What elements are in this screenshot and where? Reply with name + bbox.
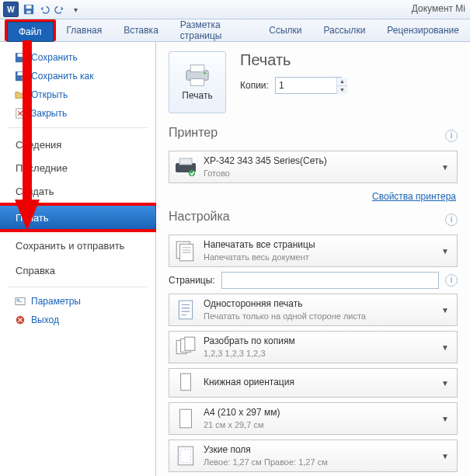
pages-scope-dropdown[interactable]: Напечатать все страницы Напечатать весь …	[169, 235, 458, 267]
svg-rect-17	[179, 158, 192, 165]
redo-icon[interactable]	[53, 2, 67, 16]
print-button[interactable]: Печать	[169, 51, 226, 113]
tab-file[interactable]: Файл	[7, 22, 54, 42]
nav-save-as[interactable]: Сохранить как	[0, 67, 155, 85]
margins-sub: Левое: 1,27 см Правое: 1,27 см	[204, 457, 438, 467]
printer-selector[interactable]: XP-342 343 345 Series(Сеть) Готово ▼	[169, 151, 458, 183]
highlight-print: Печать	[0, 203, 158, 232]
paper-dropdown[interactable]: A4 (210 x 297 мм) 21 см x 29,7 см ▼	[169, 402, 458, 435]
nav-info[interactable]: Сведения	[0, 133, 155, 156]
save-icon[interactable]	[22, 2, 36, 16]
print-button-label: Печать	[182, 90, 212, 101]
svg-rect-13	[190, 65, 204, 72]
tab-home[interactable]: Главная	[56, 19, 113, 41]
printer-icon	[183, 64, 211, 87]
save-icon	[14, 51, 26, 64]
nav-new[interactable]: Создать	[0, 179, 155, 203]
pages-info-icon[interactable]: i	[445, 274, 458, 287]
nav-open[interactable]: Открыть	[0, 85, 155, 104]
settings-heading: Настройка	[169, 210, 230, 224]
options-icon	[14, 295, 26, 307]
svg-rect-9	[17, 299, 20, 301]
printer-device-icon	[174, 155, 197, 179]
printer-properties-link[interactable]: Свойства принтера	[372, 191, 456, 202]
print-panel: Печать Печать Копии: ▲▼ Принтер i	[156, 42, 470, 476]
backstage-nav: Сохранить Сохранить как Открыть Закрыть	[0, 42, 156, 476]
pages-scope-title: Напечатать все страницы	[204, 239, 438, 252]
svg-rect-2	[26, 11, 30, 14]
chevron-down-icon: ▼	[438, 379, 452, 387]
chevron-down-icon: ▼	[438, 247, 452, 255]
svg-rect-24	[185, 337, 195, 350]
duplex-sub: Печатать только на одной стороне листа	[204, 311, 438, 321]
print-title: Печать	[240, 51, 458, 69]
undo-icon[interactable]	[37, 2, 51, 16]
chevron-down-icon: ▼	[438, 452, 452, 460]
backstage-view: Сохранить Сохранить как Открыть Закрыть	[0, 42, 470, 476]
highlight-file: Файл	[5, 19, 56, 41]
chevron-down-icon: ▼	[438, 343, 452, 352]
chevron-down-icon: ▼	[438, 163, 452, 172]
tab-mailings[interactable]: Рассылки	[312, 19, 376, 41]
paper-title: A4 (210 x 297 мм)	[204, 407, 438, 419]
nav-recent[interactable]: Последние	[0, 156, 155, 179]
pages-input[interactable]	[221, 272, 439, 289]
nav-help[interactable]: Справка	[0, 259, 155, 282]
ribbon-tabs: Файл Главная Вставка Разметка страницы С…	[0, 19, 470, 42]
nav-options[interactable]: Параметры	[0, 292, 155, 311]
portrait-icon	[174, 371, 197, 394]
close-file-icon	[14, 107, 26, 120]
save-as-icon	[14, 70, 26, 82]
nav-print[interactable]: Печать	[0, 206, 155, 229]
paper-sub: 21 см x 29,7 см	[204, 419, 438, 430]
settings-info-icon[interactable]: i	[445, 214, 458, 226]
pages-icon	[174, 239, 197, 262]
svg-rect-26	[180, 409, 192, 428]
collate-sub: 1,2,3 1,2,3 1,2,3	[204, 348, 438, 359]
tab-insert[interactable]: Вставка	[113, 19, 169, 41]
margins-dropdown[interactable]: Узкие поля Левое: 1,27 см Правое: 1,27 с…	[169, 440, 458, 472]
simplex-icon	[174, 298, 197, 321]
nav-save-send[interactable]: Сохранить и отправить	[0, 232, 155, 259]
exit-icon	[14, 314, 26, 326]
nav-close[interactable]: Закрыть	[0, 104, 155, 123]
nav-save[interactable]: Сохранить	[0, 48, 155, 67]
collate-dropdown[interactable]: Разобрать по копиям 1,2,3 1,2,3 1,2,3 ▼	[169, 331, 458, 363]
margins-title: Узкие поля	[204, 444, 438, 457]
document-title: Документ Mi	[412, 3, 465, 14]
tab-references[interactable]: Ссылки	[258, 19, 312, 41]
svg-rect-4	[18, 54, 23, 57]
orientation-title: Книжная ориентация	[204, 377, 438, 389]
paper-icon	[174, 407, 197, 430]
tab-page-layout[interactable]: Разметка страницы	[169, 19, 258, 41]
printer-info-icon[interactable]: i	[445, 130, 458, 142]
svg-rect-25	[181, 374, 191, 390]
orientation-dropdown[interactable]: Книжная ориентация ▼	[169, 368, 458, 398]
duplex-dropdown[interactable]: Односторонняя печать Печатать только на …	[169, 294, 458, 326]
collate-title: Разобрать по копиям	[204, 335, 438, 348]
qat-customize-icon[interactable]: ▾	[68, 2, 82, 16]
pages-label: Страницы:	[169, 275, 215, 286]
nav-exit[interactable]: Выход	[0, 311, 155, 329]
svg-rect-14	[190, 78, 204, 85]
svg-rect-6	[18, 72, 23, 75]
separator	[8, 287, 148, 287]
chevron-down-icon: ▼	[438, 306, 452, 314]
copies-input[interactable]	[275, 77, 342, 94]
chevron-down-icon: ▼	[438, 415, 452, 423]
word-app-icon: W	[3, 2, 19, 17]
svg-rect-1	[26, 5, 32, 9]
duplex-title: Односторонняя печать	[204, 298, 438, 311]
margins-icon	[174, 444, 197, 467]
pages-scope-sub: Напечатать весь документ	[204, 252, 438, 262]
separator	[8, 127, 148, 128]
svg-point-15	[204, 72, 206, 75]
printer-heading: Принтер	[169, 126, 218, 140]
printer-status: Готово	[204, 168, 438, 179]
copies-label: Копии:	[240, 80, 269, 91]
printer-name: XP-342 343 345 Series(Сеть)	[204, 155, 438, 168]
tab-review[interactable]: Рецензирование	[376, 19, 470, 41]
svg-rect-21	[179, 301, 192, 319]
copies-spinner[interactable]: ▲▼	[336, 78, 347, 94]
print-header: Печать Печать Копии: ▲▼	[169, 51, 458, 113]
